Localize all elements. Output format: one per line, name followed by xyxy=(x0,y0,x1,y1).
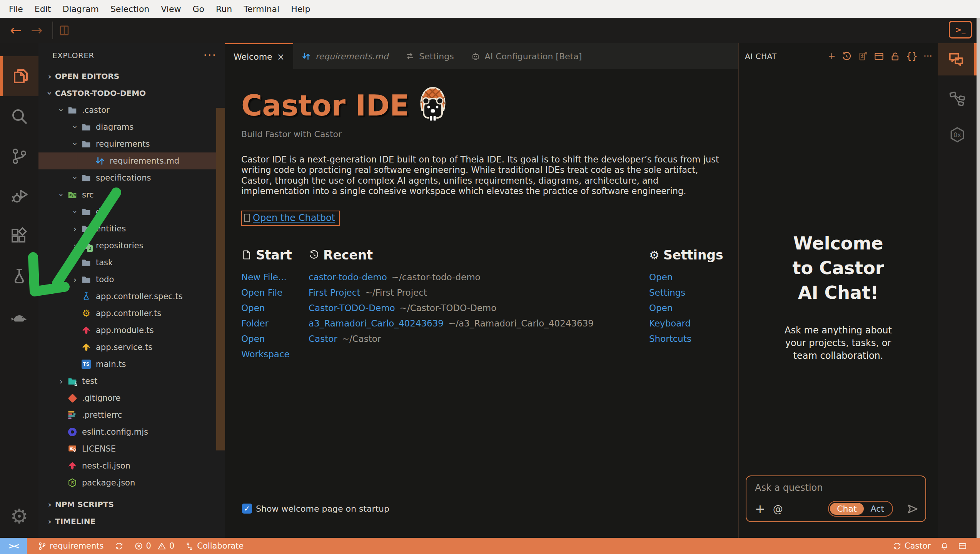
tree-item[interactable]: ›entities xyxy=(38,220,225,237)
chat-mode-toggle[interactable]: Chat Act xyxy=(828,501,893,517)
tree-item[interactable]: ›↓repositories xyxy=(38,237,225,254)
open-workspace-link[interactable]: Open Workspace xyxy=(241,331,291,362)
tree-item[interactable]: ›.castor xyxy=(38,102,225,119)
recent-item: First Project~/First Project xyxy=(309,285,649,300)
mode-act[interactable]: Act xyxy=(864,503,891,515)
status-collaborate[interactable]: Collaborate xyxy=(185,541,244,551)
ellipsis-icon[interactable]: ··· xyxy=(923,52,932,61)
ellipsis-icon[interactable]: ··· xyxy=(203,53,217,58)
tree-item[interactable]: ›task xyxy=(38,254,225,271)
tree-item[interactable]: ›todo xyxy=(38,271,225,288)
section-workspace[interactable]: › CASTOR-TODO-DEMO xyxy=(38,85,225,102)
folder-icon xyxy=(80,274,92,285)
tree-item[interactable]: ›test xyxy=(38,373,225,390)
unlock-icon[interactable] xyxy=(890,51,900,62)
recent-item: Castor~/Castor xyxy=(309,331,649,346)
mode-chat[interactable]: Chat xyxy=(830,503,863,515)
open-chatbot-link[interactable]: Open the Chatbot xyxy=(253,213,335,223)
open-file-link[interactable]: Open File xyxy=(241,285,291,300)
plus-icon[interactable]: + xyxy=(828,52,835,61)
layout-icon[interactable] xyxy=(874,51,884,62)
chat-input-box[interactable]: Ask a question + @ Chat Act xyxy=(746,475,926,522)
collaborate-icon xyxy=(185,542,194,551)
chevron-down-icon: › xyxy=(45,88,55,99)
tab-settings[interactable]: Settings xyxy=(397,43,462,69)
status-notifications[interactable] xyxy=(940,542,949,551)
open-chatbot-link-box[interactable]: Open the Chatbot xyxy=(241,211,340,226)
open-settings-link[interactable]: Open Settings xyxy=(649,269,711,300)
tree-item[interactable]: package.json xyxy=(38,474,225,491)
tab-ai-configuration[interactable]: AI Configuration [Beta] xyxy=(462,43,591,69)
explorer-sidebar: EXPLORER ··· › OPEN EDITORS › CASTOR-TOD… xyxy=(38,43,225,538)
status-sync[interactable] xyxy=(115,542,124,551)
open-folder-link[interactable]: Open Folder xyxy=(241,300,291,331)
tree-item[interactable]: app.service.ts xyxy=(38,339,225,356)
window-scrollbar[interactable] xyxy=(977,18,980,554)
tree-item[interactable]: eslint.config.mjs xyxy=(38,423,225,440)
activity-diagram[interactable] xyxy=(938,83,977,115)
status-layout[interactable] xyxy=(958,542,967,551)
activity-castor[interactable] xyxy=(0,296,38,336)
tree-item[interactable]: TSmain.ts xyxy=(38,356,225,373)
split-editor-icon[interactable] xyxy=(58,24,70,37)
history-icon[interactable] xyxy=(841,51,852,62)
menu-help[interactable]: Help xyxy=(285,4,316,14)
sidebar-scrollbar[interactable] xyxy=(216,108,225,450)
tree-item[interactable]: ›dto xyxy=(38,203,225,220)
tree-item[interactable]: ›requirements xyxy=(38,136,225,152)
new-file-link[interactable]: New File... xyxy=(241,269,291,285)
tab-welcome[interactable]: Welcome × xyxy=(225,43,293,69)
tree-item[interactable]: ›</>src xyxy=(38,186,225,203)
remote-indicator[interactable]: >< xyxy=(0,538,27,554)
search-icon xyxy=(10,107,28,126)
section-timeline[interactable]: › TIMELINE xyxy=(38,513,225,530)
menu-file[interactable]: File xyxy=(3,4,29,14)
tree-item[interactable]: .gitignore xyxy=(38,390,225,407)
status-branch[interactable]: requirements xyxy=(38,541,104,551)
typescript-icon: TS xyxy=(80,359,92,370)
menu-edit[interactable]: Edit xyxy=(29,4,57,14)
tree-item[interactable]: ⚙app.controller.ts xyxy=(38,305,225,322)
disconnect-icon: >< xyxy=(8,542,18,550)
status-castor[interactable]: Castor xyxy=(893,541,931,551)
close-icon[interactable]: × xyxy=(277,52,285,62)
activity-testing[interactable] xyxy=(0,256,38,296)
menu-run[interactable]: Run xyxy=(210,4,238,14)
activity-run-debug[interactable] xyxy=(0,176,38,216)
mention-icon[interactable]: @ xyxy=(773,503,783,515)
tree-item[interactable]: app.module.ts xyxy=(38,322,225,339)
send-icon[interactable] xyxy=(906,502,919,516)
status-problems[interactable]: 0 0 xyxy=(134,541,175,551)
activity-source-control[interactable] xyxy=(0,136,38,176)
braces-icon[interactable]: {} xyxy=(906,52,918,61)
section-open-editors[interactable]: › OPEN EDITORS xyxy=(38,68,225,85)
activity-extensions[interactable] xyxy=(0,216,38,256)
menu-selection[interactable]: Selection xyxy=(105,4,155,14)
tree-item[interactable]: LICENSE xyxy=(38,440,225,457)
menu-terminal[interactable]: Terminal xyxy=(238,4,285,14)
attach-plus-icon[interactable]: + xyxy=(755,503,765,515)
folder-icon xyxy=(80,206,92,217)
section-npm-scripts[interactable]: › NPM SCRIPTS xyxy=(38,496,225,513)
terminal-icon[interactable]: >_ xyxy=(949,21,972,38)
open-keyboard-shortcuts-link[interactable]: Open Keyboard Shortcuts xyxy=(649,300,711,346)
back-arrow-icon[interactable]: ← xyxy=(5,23,26,37)
activity-explorer[interactable] xyxy=(0,56,38,96)
new-chat-icon[interactable] xyxy=(858,51,868,62)
tab-requirements-md[interactable]: requirements.md xyxy=(293,43,397,69)
tree-item[interactable]: ›specifications xyxy=(38,169,225,186)
forward-arrow-icon[interactable]: → xyxy=(26,23,47,37)
tree-item[interactable]: nest-cli.json xyxy=(38,457,225,474)
checkbox-checked[interactable]: ✓ xyxy=(242,504,252,514)
activity-ai-chat[interactable] xyxy=(938,43,977,75)
tree-item-selected[interactable]: requirements.md xyxy=(38,152,225,169)
activity-hex-0x[interactable] xyxy=(938,119,977,151)
menu-view[interactable]: View xyxy=(155,4,187,14)
menu-go[interactable]: Go xyxy=(187,4,210,14)
tree-item[interactable]: app.controller.spec.ts xyxy=(38,288,225,305)
tree-item[interactable]: ›diagrams xyxy=(38,119,225,136)
menu-diagram[interactable]: Diagram xyxy=(57,4,104,14)
settings-gear-button[interactable]: ⚙ xyxy=(0,506,38,526)
tree-item[interactable]: .prettierrc xyxy=(38,407,225,423)
activity-search[interactable] xyxy=(0,96,38,136)
